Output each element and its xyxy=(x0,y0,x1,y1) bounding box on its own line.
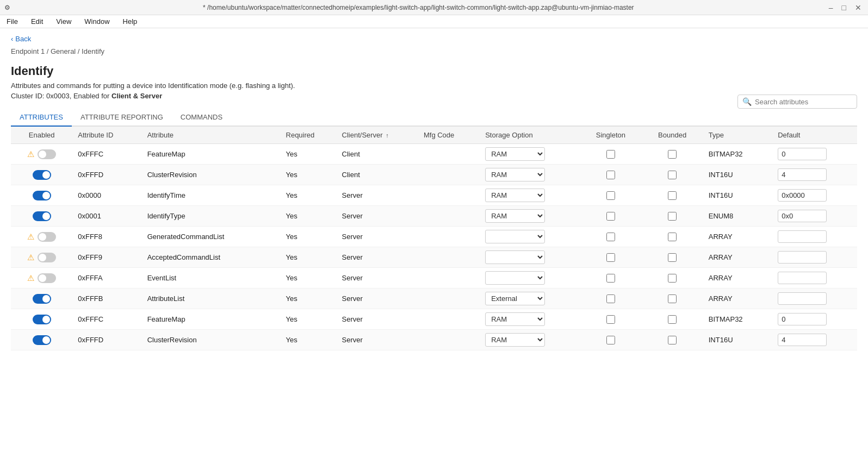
cell-default[interactable] xyxy=(772,268,857,289)
singleton-checkbox[interactable] xyxy=(606,212,615,221)
singleton-checkbox[interactable] xyxy=(606,233,615,241)
singleton-checkbox[interactable] xyxy=(606,171,615,179)
cell-bounded xyxy=(642,206,703,227)
menu-item-edit[interactable]: Edit xyxy=(29,16,45,27)
singleton-checkbox[interactable] xyxy=(606,274,615,283)
default-input[interactable] xyxy=(778,230,827,243)
cell-storage[interactable]: RAMNVMExternal xyxy=(480,330,580,350)
toggle-switch[interactable] xyxy=(33,335,51,345)
cell-storage[interactable]: RAMNVMExternal xyxy=(480,227,580,247)
cell-default[interactable] xyxy=(772,309,857,330)
menu-item-window[interactable]: Window xyxy=(82,16,111,27)
bounded-checkbox[interactable] xyxy=(668,315,677,324)
cell-default[interactable] xyxy=(772,165,857,185)
default-input[interactable] xyxy=(778,210,827,222)
bounded-checkbox[interactable] xyxy=(668,253,677,262)
default-input[interactable] xyxy=(778,168,827,181)
cell-bounded xyxy=(642,165,703,185)
toggle-switch[interactable] xyxy=(33,211,51,221)
cell-storage[interactable]: RAMNVMExternal xyxy=(480,185,580,206)
singleton-checkbox[interactable] xyxy=(606,294,615,303)
bounded-checkbox[interactable] xyxy=(668,191,677,200)
title-bar: ⚙ * /home/ubuntu/workspace/matter/connec… xyxy=(0,0,868,15)
cell-storage[interactable]: RAMNVMExternal xyxy=(480,144,580,165)
tab-attributes[interactable]: ATTRIBUTES xyxy=(11,109,72,127)
singleton-checkbox[interactable] xyxy=(606,253,615,262)
bounded-checkbox[interactable] xyxy=(668,274,677,283)
table-row: 0x0001IdentifyTypeYesServerRAMNVMExterna… xyxy=(11,206,857,227)
cell-attrid: 0xFFF9 xyxy=(72,247,141,268)
cell-bounded xyxy=(642,268,703,289)
tab-attribute-reporting[interactable]: ATTRIBUTE REPORTING xyxy=(72,109,172,127)
minimize-button[interactable]: – xyxy=(827,3,835,12)
cell-storage[interactable]: RAMNVMExternal xyxy=(480,289,580,309)
storage-select[interactable]: RAMNVMExternal xyxy=(485,230,545,243)
cell-type: INT16U xyxy=(703,185,772,206)
cell-default[interactable] xyxy=(772,185,857,206)
warning-icon: ⚠ xyxy=(27,149,34,159)
search-input[interactable] xyxy=(755,98,852,106)
table-row: ⚠0xFFF9AcceptedCommandListYesServerRAMNV… xyxy=(11,247,857,268)
storage-select[interactable]: RAMNVMExternal xyxy=(485,292,545,305)
cell-default[interactable] xyxy=(772,144,857,165)
bounded-checkbox[interactable] xyxy=(668,336,677,344)
storage-select[interactable]: RAMNVMExternal xyxy=(485,312,545,326)
bounded-checkbox[interactable] xyxy=(668,212,677,221)
storage-select[interactable]: RAMNVMExternal xyxy=(485,189,545,202)
cell-attrid: 0xFFFD xyxy=(72,330,141,350)
sort-arrow-icon: ↑ xyxy=(386,132,389,139)
toggle-switch[interactable] xyxy=(33,294,51,304)
default-input[interactable] xyxy=(778,292,827,305)
storage-select[interactable]: RAMNVMExternal xyxy=(485,147,545,161)
toggle-switch[interactable] xyxy=(33,191,51,200)
cell-storage[interactable]: RAMNVMExternal xyxy=(480,206,580,227)
storage-select[interactable]: RAMNVMExternal xyxy=(485,168,545,181)
bounded-checkbox[interactable] xyxy=(668,233,677,241)
singleton-checkbox[interactable] xyxy=(606,191,615,200)
menu-item-view[interactable]: View xyxy=(54,16,73,27)
toggle-switch[interactable] xyxy=(38,273,56,283)
cell-storage[interactable]: RAMNVMExternal xyxy=(480,247,580,268)
singleton-checkbox[interactable] xyxy=(606,336,615,344)
bounded-checkbox[interactable] xyxy=(668,171,677,179)
storage-select[interactable]: RAMNVMExternal xyxy=(485,250,545,264)
default-input[interactable] xyxy=(778,313,827,325)
storage-select[interactable]: RAMNVMExternal xyxy=(485,333,545,347)
default-input[interactable] xyxy=(778,272,827,284)
maximize-button[interactable]: □ xyxy=(840,3,848,12)
storage-select[interactable]: RAMNVMExternal xyxy=(485,271,545,285)
page-desc: Attributes and commands for putting a de… xyxy=(11,81,295,90)
cell-storage[interactable]: RAMNVMExternal xyxy=(480,309,580,330)
toggle-switch[interactable] xyxy=(38,253,56,262)
singleton-checkbox[interactable] xyxy=(606,150,615,159)
close-button[interactable]: ✕ xyxy=(853,3,864,12)
menu-item-help[interactable]: Help xyxy=(121,16,140,27)
cell-default[interactable] xyxy=(772,227,857,247)
bounded-checkbox[interactable] xyxy=(668,150,677,159)
default-input[interactable] xyxy=(778,251,827,264)
menu-item-file[interactable]: File xyxy=(4,16,20,27)
cell-storage[interactable]: RAMNVMExternal xyxy=(480,268,580,289)
toggle-switch[interactable] xyxy=(33,315,51,324)
cell-enabled xyxy=(11,185,72,206)
toggle-switch[interactable] xyxy=(33,170,51,180)
search-box[interactable]: 🔍 xyxy=(737,95,857,109)
singleton-checkbox[interactable] xyxy=(606,315,615,324)
bounded-checkbox[interactable] xyxy=(668,294,677,303)
default-input[interactable] xyxy=(778,334,827,346)
tab-commands[interactable]: COMMANDS xyxy=(172,109,231,127)
toggle-switch[interactable] xyxy=(38,232,56,242)
storage-select[interactable]: RAMNVMExternal xyxy=(485,209,545,223)
default-input[interactable] xyxy=(778,148,827,160)
cell-default[interactable] xyxy=(772,206,857,227)
default-input[interactable] xyxy=(778,189,827,202)
title-bar-controls: – □ ✕ xyxy=(827,3,864,12)
cell-default[interactable] xyxy=(772,330,857,350)
back-link[interactable]: ‹ Back xyxy=(11,35,31,43)
toggle-switch[interactable] xyxy=(38,149,56,159)
table-row: ⚠0xFFFCFeatureMapYesClientRAMNVMExternal… xyxy=(11,144,857,165)
cell-storage[interactable]: RAMNVMExternal xyxy=(480,165,580,185)
cell-enabled xyxy=(11,206,72,227)
cell-default[interactable] xyxy=(772,247,857,268)
cell-default[interactable] xyxy=(772,289,857,309)
